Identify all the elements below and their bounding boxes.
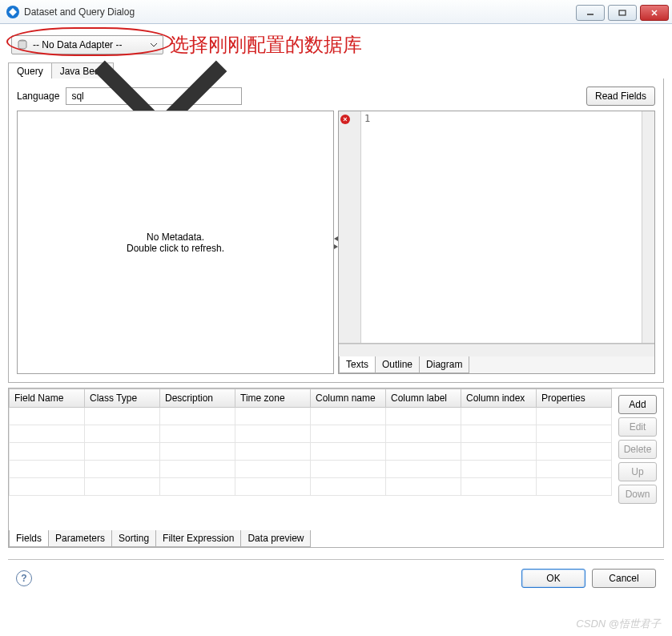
down-button[interactable]: Down [618, 485, 657, 504]
window-title: Dataset and Query Dialog [24, 6, 135, 18]
col-column-index[interactable]: Column index [461, 389, 537, 408]
col-class-type[interactable]: Class Type [85, 389, 160, 408]
ok-button[interactable]: OK [521, 569, 585, 588]
tab-sorting[interactable]: Sorting [111, 530, 156, 547]
col-time-zone[interactable]: Time zone [235, 389, 311, 408]
editor-vertical-scrollbar[interactable] [642, 111, 654, 343]
maximize-button[interactable] [608, 5, 637, 21]
help-button[interactable]: ? [16, 570, 32, 586]
editor-gutter: × [339, 111, 361, 343]
metadata-pane[interactable]: No Metadata. Double click to refresh. [17, 111, 334, 374]
tab-query[interactable]: Query [8, 62, 52, 78]
col-column-label[interactable]: Column label [386, 389, 461, 408]
svg-rect-1 [619, 10, 626, 15]
database-icon [17, 39, 28, 50]
delete-button[interactable]: Delete [618, 440, 657, 459]
col-properties[interactable]: Properties [537, 389, 612, 408]
table-row[interactable] [10, 478, 612, 496]
metadata-msg-2: Double click to refresh. [127, 243, 224, 254]
language-combo[interactable]: sql [66, 87, 242, 105]
error-icon: × [340, 115, 350, 124]
app-icon [6, 6, 19, 18]
tab-texts[interactable]: Texts [339, 356, 376, 373]
tab-fields[interactable]: Fields [9, 530, 49, 547]
metadata-msg-1: No Metadata. [147, 231, 204, 243]
tab-parameters[interactable]: Parameters [48, 530, 112, 547]
editor-horizontal-scrollbar[interactable] [339, 344, 654, 356]
language-value: sql [71, 91, 83, 102]
tab-data-preview[interactable]: Data preview [240, 530, 311, 547]
cancel-button[interactable]: Cancel [592, 569, 656, 588]
watermark: CSDN @悟世君子 [576, 617, 661, 631]
tab-outline[interactable]: Outline [375, 356, 420, 373]
col-field-name[interactable]: Field Name [10, 389, 85, 408]
table-row[interactable] [10, 425, 612, 443]
tab-filter-expression[interactable]: Filter Expression [155, 530, 241, 547]
edit-button[interactable]: Edit [618, 417, 657, 437]
read-fields-button[interactable]: Read Fields [586, 87, 655, 106]
query-editor[interactable]: × 1 [339, 111, 654, 344]
editor-line-number: 1 [361, 111, 642, 343]
table-row[interactable] [10, 408, 612, 425]
fields-table[interactable]: Field Name Class Type Description Time z… [9, 388, 612, 496]
add-button[interactable]: Add [618, 395, 657, 414]
table-row[interactable] [10, 443, 612, 461]
table-row[interactable] [10, 461, 612, 478]
tab-diagram[interactable]: Diagram [419, 356, 469, 373]
col-column-name[interactable]: Column name [311, 389, 386, 408]
minimize-button[interactable] [576, 5, 605, 21]
col-description[interactable]: Description [160, 389, 235, 408]
up-button[interactable]: Up [618, 462, 657, 481]
language-label: Language [17, 91, 59, 102]
close-button[interactable] [640, 5, 669, 21]
